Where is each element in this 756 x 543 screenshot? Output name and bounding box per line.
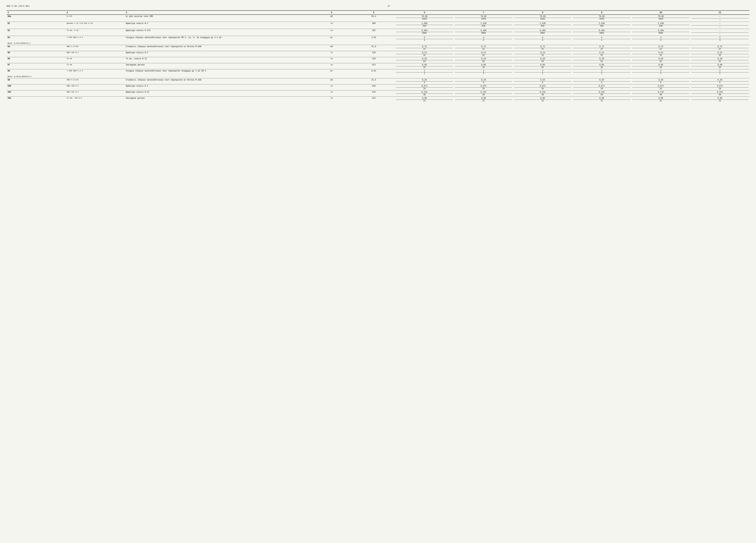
cell-top-value: 0,072	[573, 85, 630, 87]
row-value-cell: ––	[690, 29, 749, 36]
cell-bot-value: 208I	[540, 32, 545, 34]
cell-top-value: 0,72	[691, 45, 748, 48]
row-unit: шт	[310, 69, 353, 75]
cell-top-value: 2	[514, 70, 571, 72]
cell-bot-value: 25	[719, 66, 721, 69]
row-value-cell: 0,IO5	[395, 78, 454, 84]
column-header-row: I 2 3 4 5 6 7 8 9 IO II	[7, 11, 749, 15]
cell-top-value: 0,06	[396, 64, 453, 66]
row-qty: 388	[353, 22, 395, 29]
cell-bot-value: 64	[423, 60, 426, 63]
row-value-cell: 0,I432	[572, 51, 631, 57]
cell-bot-value: 4433	[599, 18, 604, 20]
cell-bot-value: 32	[482, 54, 485, 56]
cell-top-value: 6,404	[514, 29, 571, 32]
table-row: 90a8-178в) Для насосов типа ЗПВмЗ56,478,…	[7, 15, 749, 22]
table-row: 99ПЦП п.9-22IСтоимость сборных железобет…	[7, 78, 749, 84]
cell-bot-value: 520	[659, 25, 663, 27]
row-id: I02	[7, 97, 66, 103]
row-code: Ценник ч.II стр.I92 п.IO	[66, 22, 125, 29]
row-code: То же	[66, 57, 125, 63]
cell-bot-value: 4	[542, 39, 543, 41]
cell-bot-value: 25	[482, 66, 485, 69]
row-unit: тн	[310, 57, 353, 63]
cell-bot-value: 37	[601, 48, 603, 50]
row-id: 92	[7, 29, 66, 36]
row-unit: мЗ	[310, 78, 353, 84]
row-value-cell: 0,I4238	[513, 90, 572, 97]
row-id: 94	[7, 45, 66, 51]
cell-bot-value: 25	[660, 66, 662, 69]
row-unit: шт	[310, 36, 353, 42]
cell-bot-value: I2	[541, 100, 544, 102]
cell-top-value: 0,28	[396, 58, 453, 60]
row-value-cell: 6,404208I	[454, 29, 513, 36]
cell-bot-value: 37	[482, 48, 485, 50]
row-value-cell: 44	[395, 36, 454, 42]
cell-bot-value: 520	[600, 25, 604, 27]
row-value-cell: 0,IO5	[454, 78, 513, 84]
row-value-cell: 0,I4238	[572, 90, 631, 97]
row-value-cell: 0,08I2	[395, 97, 454, 103]
row-id: 99	[7, 78, 66, 84]
cell-top-value: 2	[573, 70, 630, 72]
row-value-cell: 0,08I2	[690, 97, 749, 103]
cell-bot-value: 64	[541, 60, 544, 63]
row-value-cell: 0,08I2	[454, 97, 513, 103]
cell-top-value: 0,I42	[632, 91, 689, 94]
row-id: 90a	[7, 15, 66, 22]
row-value-cell: 78,604433	[572, 15, 631, 22]
cell-bot-value: 4433	[540, 18, 545, 20]
row-desc: То же, класса А-II	[125, 57, 310, 63]
row-value-cell: 0,I432	[513, 51, 572, 57]
row-code: ПЦП п.9-22I	[66, 45, 125, 51]
cell-bot-value: 32	[719, 54, 721, 56]
table-row: 9IЦенник ч.II стр.I92 п.IOАрматура класс…	[7, 22, 749, 29]
cell-bot-value: I	[660, 72, 661, 75]
cell-top-value: 78,60	[455, 15, 512, 18]
row-value-cell: 0,072I6	[513, 84, 572, 90]
cell-bot-value: 37	[541, 48, 544, 50]
row-id: 9I	[7, 22, 66, 29]
row-desc: Арматура класса А-I	[125, 84, 310, 90]
cell-top-value: 6,404	[632, 29, 689, 32]
cell-bot-value: I	[542, 72, 543, 75]
cell-bot-value: I6	[423, 87, 426, 90]
cell-top-value: 0,28	[514, 58, 571, 60]
cell-top-value: I,538	[573, 22, 630, 25]
col-header-1: I	[7, 11, 66, 15]
row-value-cell: 0,IO5	[690, 78, 749, 84]
row-desc: Укладка сборных железобетонных плит пере…	[125, 69, 310, 75]
row-qty: 229	[353, 51, 395, 57]
cell-top-value: 4	[514, 36, 571, 39]
cell-top-value: 0,I42	[514, 91, 571, 94]
row-value-cell: 0,08I2	[572, 97, 631, 103]
row-value-cell: 0,2864	[690, 57, 749, 63]
col-header-6: 6	[395, 11, 454, 15]
cell-bot-value: 208I	[658, 32, 663, 34]
cell-top-value: I,538	[632, 22, 689, 25]
col-header-8: 8	[513, 11, 572, 15]
price-note-row: Цена: 0,9+0,0049х24,4	[7, 42, 749, 45]
cell-bot-value: I6	[601, 87, 603, 90]
cell-top-value: 0,I4	[396, 52, 453, 54]
cell-top-value: 2	[691, 70, 748, 72]
cell-top-value: 0,08	[514, 97, 571, 100]
row-qty: I,02	[353, 36, 395, 42]
cell-top-value: 0,08	[455, 97, 512, 100]
cell-top-value: 0,06	[691, 64, 748, 66]
cell-top-value: 0,I4	[455, 52, 512, 54]
row-value-cell: 0,2864	[631, 57, 690, 63]
cell-top-value: 0,I4	[573, 52, 630, 54]
col-header-5: 5	[353, 11, 395, 15]
doc-number: 99I-I-10 (IX/I.85)	[7, 5, 30, 7]
page-number: I7	[30, 5, 748, 7]
cell-top-value: 0,072	[396, 85, 453, 87]
row-desc: Закладные детали	[125, 63, 310, 69]
row-value-cell: 0,0625	[513, 63, 572, 69]
table-row: 96То жеТо же, класса А-IIтн2290,28640,28…	[7, 57, 749, 63]
row-value-cell: 6,404208I	[572, 29, 631, 36]
col-header-7: 7	[454, 11, 513, 15]
cell-top-value: 0,28	[691, 58, 748, 60]
cell-top-value: 78,60	[573, 15, 630, 18]
